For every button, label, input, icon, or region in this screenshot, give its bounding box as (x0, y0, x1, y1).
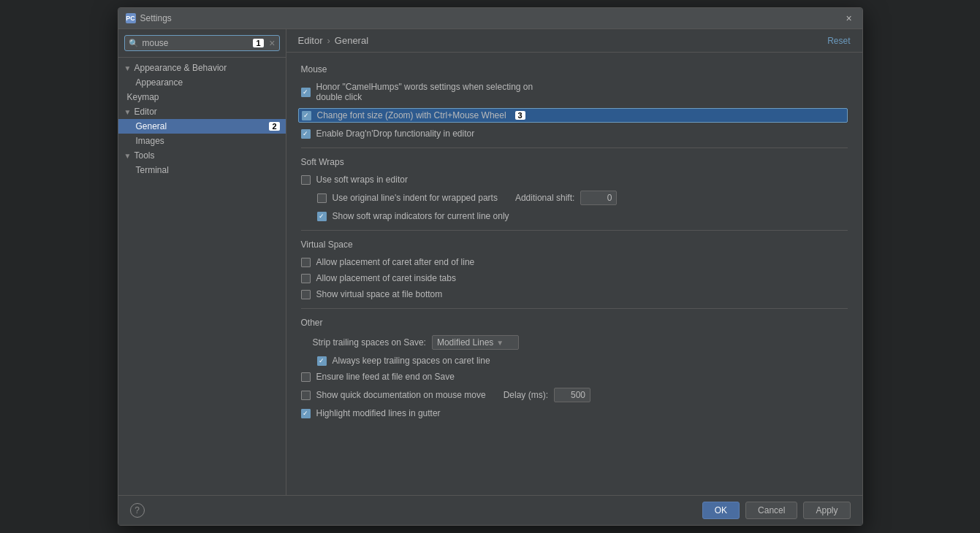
expand-arrow-editor-icon: ▼ (124, 108, 133, 116)
soft-wraps-section-title: Soft Wraps (301, 157, 848, 167)
expand-arrow-tools-icon: ▼ (124, 152, 133, 160)
settings-title-icon: PC (126, 13, 136, 23)
checkbox-use-soft-wraps[interactable] (301, 175, 311, 185)
option-use-soft-wraps: Use soft wraps in editor (301, 175, 848, 185)
option-drag-drop: Enable Drag'n'Drop functionality in edit… (301, 129, 848, 139)
strip-trailing-dropdown[interactable]: Modified Lines ▼ (432, 335, 519, 350)
divider-mouse-softwraps (301, 147, 848, 148)
sidebar-group-label: Appearance & Behavior (134, 63, 227, 73)
title-bar-left: PC Settings (126, 13, 172, 23)
sidebar-item-keymap[interactable]: Keymap (118, 90, 286, 104)
annotation-1: 1 (253, 39, 263, 47)
option-caret-inside-tabs: Allow placement of caret inside tabs (301, 273, 848, 283)
apply-button[interactable]: Apply (803, 502, 850, 519)
strip-trailing-label: Strip trailing spaces on Save: (313, 337, 426, 348)
checkbox-ensure-line-feed[interactable] (301, 372, 311, 382)
dialog-body: 🔍 × 1 ▼ Appearance & Behavior Appearance (118, 29, 862, 495)
checkbox-caret-after-end[interactable] (301, 258, 311, 267)
reset-link[interactable]: Reset (827, 36, 850, 46)
sidebar-item-appearance-behavior[interactable]: ▼ Appearance & Behavior (118, 61, 286, 75)
sidebar-tools-group-label: Tools (134, 150, 155, 161)
checkbox-show-soft-wrap-indicators[interactable] (317, 212, 327, 221)
label-camel-humps: Honor "CamelHumps" words settings when s… (316, 82, 533, 102)
option-show-soft-wrap-indicators: Show soft wrap indicators for current li… (317, 211, 848, 221)
label-change-font-size: Change font size (Zoom) with Ctrl+Mouse … (317, 110, 506, 120)
search-box-container: 🔍 × 1 (118, 29, 286, 58)
label-caret-after-end: Allow placement of caret after end of li… (316, 257, 475, 267)
ok-button[interactable]: OK (702, 502, 740, 519)
expand-arrow-icon: ▼ (124, 64, 133, 72)
annotation-2: 2 (269, 122, 279, 131)
option-original-line-indent: Use original line's indent for wrapped p… (317, 191, 848, 205)
breadcrumb-part2: General (335, 35, 368, 46)
strip-trailing-value: Modified Lines (437, 337, 493, 348)
sidebar-item-images[interactable]: Images (118, 134, 286, 148)
option-highlight-modified: Highlight modified lines in gutter (301, 408, 848, 418)
footer-buttons: OK Cancel Apply (702, 502, 851, 519)
option-change-font-size: Change font size (Zoom) with Ctrl+Mouse … (298, 108, 848, 123)
delay-ms-input[interactable] (554, 388, 590, 402)
label-original-line-indent: Use original line's indent for wrapped p… (333, 193, 498, 203)
divider-virtualspace-other (301, 308, 848, 309)
label-drag-drop: Enable Drag'n'Drop functionality in edit… (316, 129, 475, 139)
label-use-soft-wraps: Use soft wraps in editor (316, 175, 408, 185)
label-highlight-modified: Highlight modified lines in gutter (316, 408, 441, 418)
cancel-button[interactable]: Cancel (745, 502, 797, 519)
divider-softwraps-virtualspace (301, 230, 848, 231)
option-keep-trailing-spaces: Always keep trailing spaces on caret lin… (317, 356, 848, 366)
breadcrumb-separator: › (327, 35, 330, 46)
help-button[interactable]: ? (130, 503, 145, 518)
checkbox-caret-inside-tabs[interactable] (301, 274, 311, 283)
sidebar-item-terminal[interactable]: Terminal (118, 163, 286, 177)
sidebar: 🔍 × 1 ▼ Appearance & Behavior Appearance (118, 29, 286, 495)
sidebar-item-general[interactable]: General 2 (118, 119, 286, 134)
sidebar-item-appearance[interactable]: Appearance (118, 75, 286, 90)
mouse-section-title: Mouse (301, 64, 848, 74)
additional-shift-row: Use original line's indent for wrapped p… (317, 191, 618, 205)
content-area: Editor › General Reset Mouse Honor "Came… (286, 29, 862, 495)
title-bar: PC Settings × (118, 8, 862, 29)
checkbox-highlight-modified[interactable] (301, 409, 311, 418)
breadcrumb: Editor › General (298, 35, 369, 46)
additional-shift-label: Additional shift: (515, 193, 574, 203)
dropdown-arrow-icon: ▼ (496, 339, 504, 347)
sidebar-item-keymap-label: Keymap (127, 92, 159, 102)
checkbox-virtual-space-bottom[interactable] (301, 290, 311, 299)
option-caret-after-end: Allow placement of caret after end of li… (301, 257, 848, 267)
checkbox-drag-drop[interactable] (301, 129, 311, 139)
label-ensure-line-feed: Ensure line feed at file end on Save (316, 372, 455, 382)
label-caret-inside-tabs: Allow placement of caret inside tabs (316, 273, 456, 283)
label-virtual-space-bottom: Show virtual space at file bottom (316, 289, 443, 299)
sidebar-item-general-label: General (136, 121, 167, 131)
checkbox-keep-trailing-spaces[interactable] (317, 356, 327, 366)
annotation-3: 3 (515, 111, 525, 120)
sidebar-editor-group-label: Editor (134, 107, 157, 117)
content-scroll[interactable]: Mouse Honor "CamelHumps" words settings … (286, 53, 862, 495)
option-camel-humps: Honor "CamelHumps" words settings when s… (301, 82, 848, 102)
dialog-footer: ? OK Cancel Apply (118, 495, 862, 525)
search-icon: 🔍 (129, 39, 139, 48)
content-header: Editor › General Reset (286, 29, 862, 53)
sidebar-item-tools-group[interactable]: ▼ Tools (118, 148, 286, 163)
label-keep-trailing-spaces: Always keep trailing spaces on caret lin… (333, 356, 490, 366)
additional-shift-input[interactable] (580, 191, 617, 205)
virtual-space-section-title: Virtual Space (301, 239, 848, 250)
dialog-title: Settings (140, 13, 172, 23)
checkbox-change-font-size[interactable] (302, 111, 311, 120)
breadcrumb-part1: Editor (298, 35, 323, 46)
checkbox-camel-humps[interactable] (301, 88, 311, 97)
other-section-title: Other (301, 318, 848, 328)
delay-ms-label: Delay (ms): (504, 390, 548, 400)
search-clear-icon[interactable]: × (269, 38, 275, 48)
checkbox-show-quick-doc[interactable] (301, 391, 311, 400)
close-button[interactable]: × (843, 12, 855, 24)
sidebar-item-editor-group[interactable]: ▼ Editor (118, 104, 286, 119)
sidebar-item-appearance-label: Appearance (136, 77, 183, 88)
checkbox-original-line-indent[interactable] (317, 193, 327, 203)
option-show-quick-doc: Show quick documentation on mouse move D… (301, 388, 848, 402)
option-virtual-space-bottom: Show virtual space at file bottom (301, 289, 848, 299)
label-show-soft-wrap-indicators: Show soft wrap indicators for current li… (333, 211, 509, 221)
sidebar-item-images-label: Images (136, 136, 164, 146)
option-ensure-line-feed: Ensure line feed at file end on Save (301, 372, 848, 382)
settings-dialog: PC Settings × 🔍 × 1 ▼ Appearanc (118, 7, 863, 526)
